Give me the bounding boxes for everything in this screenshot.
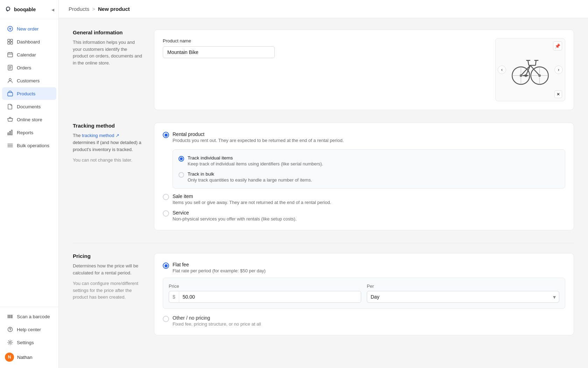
flat-fee-option[interactable]: Flat fee Flat rate per period (for examp… [163,262,565,273]
collapse-button[interactable]: ◂ [51,6,54,13]
help-icon [7,326,13,333]
image-prev-button[interactable]: ‹ [498,66,506,74]
sidebar-item-label: Products [17,91,35,96]
service-label: Service [173,210,297,216]
sidebar-item-label: Bulk operations [17,143,49,148]
svg-rect-4 [10,42,13,44]
svg-rect-2 [10,39,13,41]
per-select-wrap: Hour Day Week Month [367,291,559,303]
track-bulk-desc: Only track quantities to easily handle a… [188,177,312,183]
documents-icon [7,103,13,110]
image-remove-button[interactable]: ✕ [554,90,562,98]
customers-icon [7,77,13,84]
general-info-title: General information [73,29,143,35]
pricing-description: Determines how the price will be calcula… [73,263,143,277]
breadcrumb-separator: > [92,6,95,12]
sidebar-item-bulk-operations[interactable]: Bulk operations [2,139,56,152]
user-name: Nathan [17,355,33,360]
svg-rect-5 [8,53,13,57]
sidebar: booqable ◂ New order Dashboard Calendar [0,0,59,368]
svg-rect-8 [8,93,13,96]
pricing-label: Pricing Determines how the price will be… [73,253,143,335]
rental-product-option[interactable]: Rental product Products you rent out. Th… [163,131,565,143]
tracking-method-link[interactable]: tracking method ↗ [82,133,119,138]
sale-label: Sale item [173,193,331,199]
calendar-icon [7,52,13,58]
sidebar-item-settings[interactable]: Settings [2,336,56,349]
svg-rect-1 [8,39,10,41]
other-pricing-option: Other / no pricing Fixed fee, pricing st… [163,315,565,327]
flat-fee-desc: Flat rate per period (for example: $50 p… [173,268,266,273]
logo-icon [4,6,12,13]
sidebar-item-label: Reports [17,130,33,135]
new-order-icon [7,26,13,32]
sidebar-item-new-order[interactable]: New order [2,22,56,35]
sidebar-item-label: Help center [17,327,41,332]
image-next-button[interactable]: › [554,66,563,74]
svg-rect-3 [8,42,10,44]
product-image-panel: 📌 ‹ [495,38,565,101]
sidebar-item-customers[interactable]: Customers [2,74,56,87]
svg-line-25 [536,60,536,65]
topbar: Products > New product [59,0,588,18]
sidebar-item-online-store[interactable]: Online store [2,113,56,126]
service-radio [163,210,169,217]
settings-icon [7,339,13,346]
svg-line-23 [528,60,529,65]
sidebar-item-label: Calendar [17,52,36,57]
pricing-card: Flat fee Flat rate per period (for examp… [154,253,574,335]
general-info-section: General information This information hel… [73,29,574,110]
rental-desc: Products you rent out. They are expected… [173,138,344,143]
breadcrumb-parent[interactable]: Products [69,6,89,12]
sidebar-item-help-center[interactable]: Help center [2,323,56,336]
products-icon [7,90,13,97]
other-pricing-desc: Fixed fee, pricing structure, or no pric… [173,321,261,327]
service-desc: Non-physical services you offer with ren… [173,216,297,222]
flat-fee-label: Flat fee [173,262,266,267]
orders-icon [7,64,13,71]
other-pricing-radio [163,316,169,322]
breadcrumb: Products > New product [69,6,130,12]
sidebar-item-documents[interactable]: Documents [2,100,56,113]
sidebar-item-dashboard[interactable]: Dashboard [2,35,56,48]
sidebar-item-orders[interactable]: Orders [2,61,56,74]
other-pricing-label: Other / no pricing [173,315,261,321]
sidebar-item-products[interactable]: Products [2,87,56,100]
sale-item-option[interactable]: Sale item Items you sell or give away. T… [163,193,565,205]
sidebar-item-label: Orders [17,65,31,70]
product-name-input[interactable] [163,46,275,58]
dashboard-icon [7,39,13,45]
general-info-card: Product name 📌 ‹ [154,29,574,110]
track-individual-label: Track individual items [188,155,323,161]
service-option[interactable]: Service Non-physical services you offer … [163,210,565,222]
tracking-title: Tracking method [73,123,143,129]
sidebar-item-reports[interactable]: Reports [2,126,56,139]
image-pin-button[interactable]: 📌 [553,41,562,50]
track-individual-desc: Keep track of individual items using ide… [188,161,323,166]
user-profile[interactable]: N Nathan [0,349,58,365]
sidebar-item-label: Settings [17,340,34,345]
pricing-note: You can configure more/different setting… [73,280,143,301]
price-field: Price $ [169,284,361,303]
price-input-wrap: $ [169,291,361,303]
sidebar-item-label: New order [17,26,38,32]
general-info-description: This information helps you and your cust… [73,39,143,66]
per-select[interactable]: Hour Day Week Month [367,291,559,303]
svg-point-7 [9,79,11,81]
product-name-label: Product name [163,38,485,43]
track-individual-option[interactable]: Track individual items Keep track of ind… [178,155,559,166]
rental-radio [163,132,169,138]
track-bulk-option[interactable]: Track in bulk Only track quantities to e… [178,171,559,183]
brand-logo: booqable [4,6,36,13]
price-input[interactable] [179,291,361,302]
breadcrumb-current: New product [98,6,130,12]
content-area: General information This information hel… [59,18,588,368]
sidebar-item-label: Scan a barcode [17,314,50,319]
bulk-operations-icon [7,142,13,149]
sidebar-item-calendar[interactable]: Calendar [2,48,56,61]
sidebar-item-scan-barcode[interactable]: Scan a barcode [2,310,56,323]
currency-symbol: $ [169,291,179,302]
rental-label: Rental product [173,131,344,137]
sidebar-item-label: Documents [17,104,41,109]
sidebar-bottom: Scan a barcode Help center Settings N Na… [0,307,58,368]
